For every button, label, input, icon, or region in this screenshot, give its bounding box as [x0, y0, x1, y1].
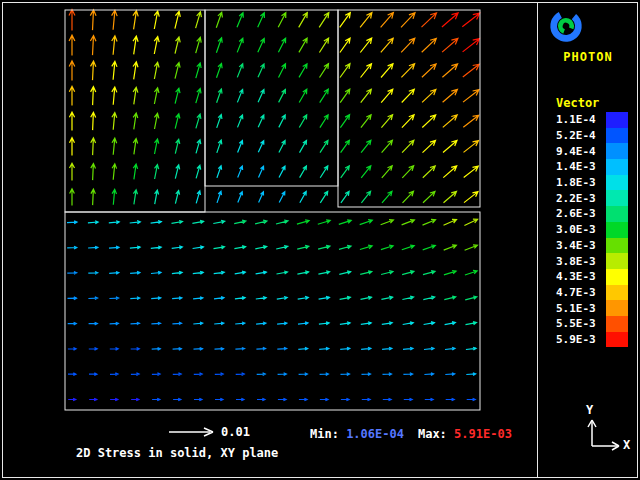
- legend-title: Vector: [556, 96, 599, 110]
- max-value: 5.91E-03: [454, 427, 512, 441]
- legend-entry: 2.6E-3: [556, 206, 636, 222]
- legend-color-swatch: [606, 128, 628, 144]
- vector-plot: [0, 0, 537, 480]
- legend-entry: 5.9E-3: [556, 332, 636, 348]
- axis-orientation: Y X: [578, 400, 638, 458]
- legend-value-label: 2.2E-3: [556, 192, 606, 205]
- legend-value-label: 5.2E-4: [556, 129, 606, 142]
- legend-color-swatch: [606, 206, 628, 222]
- legend-value-label: 3.4E-3: [556, 239, 606, 252]
- legend-color-swatch: [606, 143, 628, 159]
- min-label: Min:: [310, 427, 339, 441]
- legend-value-label: 5.9E-3: [556, 333, 606, 346]
- legend-entry: 3.8E-3: [556, 253, 636, 269]
- legend-color-swatch: [606, 332, 628, 348]
- legend-color-swatch: [606, 300, 628, 316]
- legend-color-swatch: [606, 112, 628, 128]
- legend-value-label: 3.0E-3: [556, 223, 606, 236]
- plot-title: 2D Stress in solid, XY plane: [76, 446, 278, 460]
- legend-value-label: 5.5E-3: [556, 317, 606, 330]
- legend-entry: 1.1E-4: [556, 112, 636, 128]
- max-label: Max:: [418, 427, 447, 441]
- legend-value-label: 2.6E-3: [556, 207, 606, 220]
- legend-color-swatch: [606, 222, 628, 238]
- logo-text: PHOTON: [540, 50, 636, 64]
- legend-value-label: 1.4E-3: [556, 160, 606, 173]
- legend-color-swatch: [606, 285, 628, 301]
- legend-entry: 1.4E-3: [556, 159, 636, 175]
- legend-value-label: 3.8E-3: [556, 255, 606, 268]
- scale-indicator: 0.01: [168, 424, 250, 440]
- legend-color-swatch: [606, 253, 628, 269]
- legend-value-label: 5.1E-3: [556, 302, 606, 315]
- legend-entry: 3.4E-3: [556, 238, 636, 254]
- panel-separator: [537, 2, 538, 478]
- legend-value-label: 4.7E-3: [556, 286, 606, 299]
- minmax-readout: Min: 1.06E-04Max: 5.91E-03: [310, 427, 512, 441]
- legend-value-label: 1.8E-3: [556, 176, 606, 189]
- min-value: 1.06E-04: [346, 427, 404, 441]
- legend-entry: 5.1E-3: [556, 300, 636, 316]
- photon-window: PHOTON Vector 1.1E-45.2E-49.4E-41.4E-31.…: [0, 0, 640, 480]
- legend-color-swatch: [606, 269, 628, 285]
- legend-color-swatch: [606, 316, 628, 332]
- legend-entry: 2.2E-3: [556, 190, 636, 206]
- legend-entry: 3.0E-3: [556, 222, 636, 238]
- photon-logo-icon: [547, 8, 585, 46]
- legend: 1.1E-45.2E-49.4E-41.4E-31.8E-32.2E-32.6E…: [556, 112, 636, 347]
- axis-arrows-icon: [578, 414, 636, 458]
- legend-value-label: 1.1E-4: [556, 113, 606, 126]
- legend-value-label: 4.3E-3: [556, 270, 606, 283]
- legend-entry: 4.3E-3: [556, 269, 636, 285]
- scale-value: 0.01: [221, 425, 250, 439]
- legend-entry: 5.2E-4: [556, 128, 636, 144]
- legend-color-swatch: [606, 190, 628, 206]
- legend-entry: 4.7E-3: [556, 285, 636, 301]
- legend-entry: 1.8E-3: [556, 175, 636, 191]
- legend-entry: 9.4E-4: [556, 143, 636, 159]
- legend-color-swatch: [606, 159, 628, 175]
- legend-color-swatch: [606, 238, 628, 254]
- legend-entry: 5.5E-3: [556, 316, 636, 332]
- legend-color-swatch: [606, 175, 628, 191]
- scale-arrow-icon: [168, 427, 214, 437]
- legend-value-label: 9.4E-4: [556, 145, 606, 158]
